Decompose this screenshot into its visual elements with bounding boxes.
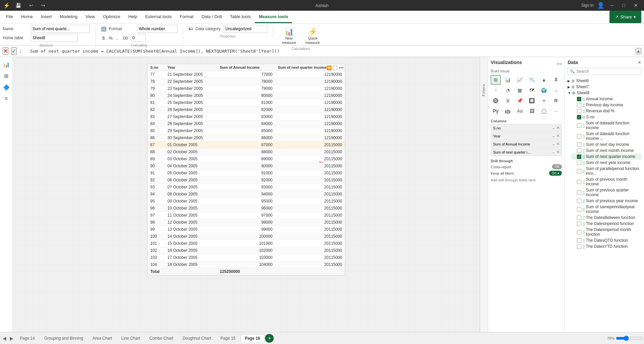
tree-field-item[interactable]: ∑ Previous day income	[572, 102, 641, 108]
field-checkbox[interactable]: ✓	[577, 155, 581, 159]
menu-file[interactable]: File	[2, 11, 17, 23]
viz-icon-pie[interactable]: ◔	[503, 85, 513, 95]
tree-field-item[interactable]: ∑ Sum of dateadd function income	[572, 120, 641, 131]
viz-icon-treemap[interactable]: ▦	[515, 85, 525, 95]
data-category-select[interactable]: Uncategorized	[224, 25, 267, 33]
report-view-icon[interactable]: 📊	[2, 60, 11, 69]
home-table-select[interactable]: Sheet8	[31, 34, 78, 42]
menu-optimize[interactable]: Optimize	[99, 11, 124, 23]
dax-query-icon[interactable]: ≡	[2, 94, 11, 103]
tab-area-chart[interactable]: Area Chart	[88, 334, 116, 342]
redo-button[interactable]: ↪	[39, 2, 48, 9]
field-checkbox[interactable]	[577, 161, 581, 165]
zoom-slider[interactable]	[616, 336, 643, 341]
share-button[interactable]: ↗ Share ▾	[609, 11, 641, 23]
menu-data-drill[interactable]: Data / Drill	[198, 11, 226, 23]
viz-icon-python[interactable]: Py	[491, 106, 501, 116]
tree-field-item[interactable]: ∑ The Datesinperiod function	[572, 221, 641, 227]
viz-expand-button[interactable]: >>	[557, 61, 562, 66]
chip-year-remove[interactable]: ✕	[556, 134, 559, 138]
viz-icon-gauge[interactable]: 🔘	[491, 96, 501, 105]
tree-field-item[interactable]: ✓ ∑ Annual Income	[572, 96, 641, 102]
tree-field-item[interactable]: ∑ Sum of previous quarter income	[572, 187, 641, 198]
chip-sno-expand[interactable]: ⌄	[552, 126, 555, 130]
data-search-input[interactable]	[576, 69, 639, 74]
tree-field-item[interactable]: ✓ ∑ Sum of next quarter income	[572, 154, 641, 160]
tree-sheet6[interactable]: ▶ ⊞ Sheet6	[568, 78, 641, 84]
viz-icon-card[interactable]: 🃏	[503, 96, 513, 105]
tree-field-item[interactable]: ∑ Sum of previous month income	[572, 176, 641, 187]
field-checkbox[interactable]	[577, 142, 581, 147]
viz-icon-bar[interactable]: 📊	[503, 75, 513, 84]
menu-external-tools[interactable]: External tools	[141, 11, 176, 23]
menu-measure-tools[interactable]: Measure tools	[255, 11, 292, 23]
tree-sheet8[interactable]: ▼ ⊞ Sheet8	[568, 90, 641, 96]
formula-collapse-button[interactable]: ▲	[636, 48, 641, 54]
field-checkbox[interactable]	[577, 222, 581, 226]
menu-view[interactable]: View	[82, 11, 99, 23]
menu-home[interactable]: Home	[17, 11, 37, 23]
format-select[interactable]: Whole number	[137, 25, 177, 33]
viz-icon-scatter[interactable]: ⁘	[491, 85, 501, 95]
dollar-btn[interactable]: $	[101, 35, 106, 41]
minimize-button[interactable]: ─	[608, 2, 616, 9]
tree-sheet7[interactable]: ▶ ⊞ Sheet7	[568, 84, 641, 90]
model-view-icon[interactable]: 🔷	[2, 82, 11, 92]
viz-icon-shape[interactable]: ◯	[539, 106, 549, 116]
field-checkbox[interactable]	[577, 180, 581, 184]
viz-icon-map[interactable]: 🗺	[527, 85, 537, 95]
tree-field-item[interactable]: ∑ Sum of next month income	[572, 148, 641, 154]
tab-nav-prev[interactable]: ◀	[1, 335, 8, 342]
filter-visual-button[interactable]: 🔽	[326, 65, 332, 70]
viz-icon-r[interactable]: R	[551, 96, 561, 105]
viz-icon-column[interactable]: 📈	[515, 75, 525, 84]
save-button[interactable]: 💾	[13, 2, 24, 9]
tree-field-item[interactable]: ∑ The DatesYTD function	[572, 243, 641, 249]
tree-field-item[interactable]: ∑ Sum of next day income	[572, 141, 641, 148]
viz-icon-ai[interactable]: 🤖	[503, 106, 513, 116]
tab-page16[interactable]: Page 16	[240, 334, 264, 342]
viz-icon-slicer[interactable]: 🔲	[527, 96, 537, 105]
data-panel-collapse-button[interactable]: ✕	[638, 60, 641, 65]
tab-doughnut-chart[interactable]: Doughnut Chart	[178, 334, 216, 342]
focus-mode-button[interactable]: ⛶	[333, 65, 337, 70]
field-checkbox[interactable]: ✓	[577, 97, 581, 101]
formula-cancel-button[interactable]: ✕	[3, 47, 8, 55]
field-checkbox[interactable]	[577, 199, 581, 203]
chip-next-quarter-expand[interactable]: ⌄	[552, 150, 555, 154]
user-avatar[interactable]: 👤	[597, 2, 604, 9]
viz-icon-more[interactable]: ···	[551, 106, 561, 116]
sign-in-label[interactable]: Sign in	[581, 3, 594, 8]
tree-field-item[interactable]: ∑ Sum of previous year income	[572, 198, 641, 204]
viz-icon-line[interactable]: 📉	[527, 75, 537, 84]
formula-accept-button[interactable]: ✓	[11, 47, 17, 55]
chip-annual-expand[interactable]: ⌄	[552, 142, 555, 146]
tab-line-chart[interactable]: Line Chart	[117, 334, 144, 342]
menu-format[interactable]: Format	[176, 11, 198, 23]
viz-icon-ribbon[interactable]: 🎗	[551, 75, 561, 84]
field-checkbox[interactable]	[577, 109, 581, 113]
menu-insert[interactable]: Insert	[37, 11, 56, 23]
field-checkbox[interactable]	[577, 244, 581, 249]
viz-icon-filled-map[interactable]: 🌍	[539, 85, 549, 95]
tab-page15[interactable]: Page 15	[216, 334, 240, 342]
tab-grouping-binning[interactable]: Grouping and Binning	[40, 334, 88, 342]
undo-button[interactable]: ↩	[26, 2, 36, 9]
field-checkbox[interactable]	[577, 134, 581, 138]
tree-field-item[interactable]: ∑ Sum of parallelperiod function inco...	[572, 166, 641, 176]
chip-annual-remove[interactable]: ✕	[556, 142, 559, 146]
tree-field-item[interactable]: ∑ Sum of next year income	[572, 160, 641, 166]
new-measure-button[interactable]: 📊 Newmeasure	[278, 26, 300, 46]
viz-icon-kpi[interactable]: 📌	[515, 96, 525, 105]
field-checkbox[interactable]	[577, 149, 581, 153]
percent-btn[interactable]: %	[107, 35, 114, 41]
menu-help[interactable]: Help	[124, 11, 141, 23]
chip-next-quarter-remove[interactable]: ✕	[556, 150, 559, 154]
close-button[interactable]: ✕	[631, 2, 641, 9]
tree-field-item[interactable]: ✓ ⊞ S.no	[572, 114, 641, 120]
viz-icon-text[interactable]: Aa	[515, 106, 525, 116]
viz-icon-image[interactable]: 🖼	[527, 106, 537, 116]
formula-input[interactable]	[28, 49, 633, 54]
tab-nav-next[interactable]: ▶	[8, 335, 15, 342]
add-page-button[interactable]: +	[265, 334, 274, 343]
